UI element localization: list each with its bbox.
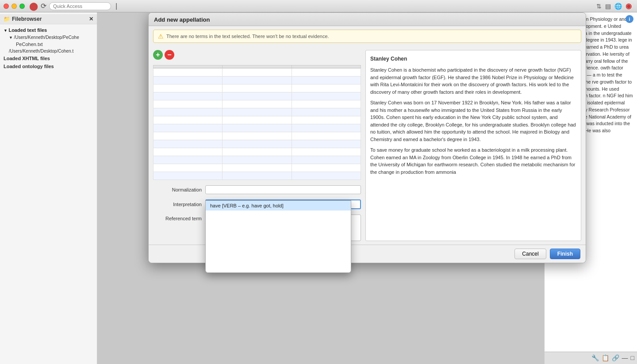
dialog-right-panel: Stanley Cohen Stanley Cohen is a biochem…: [365, 50, 581, 241]
table-cell: [223, 132, 292, 140]
table-row[interactable]: [153, 69, 361, 77]
minimize-button[interactable]: [12, 4, 17, 9]
table-row[interactable]: [153, 156, 361, 164]
main-layout: 📁 Filebrowser ✕ Loaded text files /Users…: [0, 12, 637, 364]
sidebar-item-loaded-xhtml[interactable]: Loaded XHTML files: [0, 54, 97, 62]
table-row[interactable]: [153, 140, 361, 148]
finish-button[interactable]: Finish: [550, 249, 580, 259]
table-row[interactable]: [153, 148, 361, 156]
table-row[interactable]: [153, 92, 361, 100]
table-cell: [153, 156, 223, 164]
document-paragraph-2: To save money for graduate school he wor…: [370, 146, 576, 176]
table-cell: [153, 132, 223, 140]
globe-icon[interactable]: 🌐: [614, 3, 622, 10]
table-row[interactable]: [153, 124, 361, 132]
nav-icon[interactable]: ⟳: [41, 2, 46, 10]
col-header-1: [153, 65, 223, 69]
table-cell: [153, 148, 223, 156]
document-paragraph-0: Stanley Cohen is a biochemist who partic…: [370, 66, 576, 96]
sidebar-tree: Loaded text files /Users/Kenneth/Desktop…: [0, 24, 97, 72]
interpretation-label: Interpretation: [153, 202, 202, 207]
content-area: 1986 Nobel Prize in Physiology or and th…: [97, 12, 637, 364]
table-cell: [292, 84, 361, 92]
table-row[interactable]: [153, 132, 361, 140]
stack-icon[interactable]: ▤: [605, 3, 611, 10]
power-icon[interactable]: ◉: [625, 2, 632, 10]
sidebar-item-pecohen-txt[interactable]: PeCohen.txt: [0, 41, 97, 48]
table-cell: [292, 92, 361, 100]
autocomplete-dropdown: have [VERB – e.g. have got, hold]: [205, 200, 351, 273]
sort-icon[interactable]: ⇅: [596, 3, 602, 10]
table-cell: [223, 164, 292, 172]
table-cell: [292, 124, 361, 132]
table-row[interactable]: [153, 100, 361, 108]
table-cell: [153, 116, 223, 124]
col-header-2: [223, 65, 292, 69]
table-cell: [223, 100, 292, 108]
autocomplete-empty-space: [206, 211, 351, 272]
table-cell: [153, 164, 223, 172]
table-cell: [153, 124, 223, 132]
filebrowser-header: 📁 Filebrowser ✕: [0, 14, 97, 24]
table-cell: [292, 132, 361, 140]
warning-icon: ⚠: [158, 33, 164, 40]
close-button[interactable]: [4, 4, 9, 9]
maximize-button[interactable]: [19, 4, 25, 9]
table-cell: [292, 172, 361, 180]
table-cell: [292, 148, 361, 156]
document-title: Stanley Cohen: [370, 55, 576, 63]
sidebar-item-loaded-ontology[interactable]: Loaded ontology files: [0, 62, 97, 70]
autocomplete-item-0[interactable]: have [VERB – e.g. have got, hold]: [206, 201, 351, 211]
toolbar-icons-right: ⇅ ▤ 🌐 ◉: [596, 2, 633, 10]
table-cell: [223, 148, 292, 156]
table-cell: [223, 140, 292, 148]
table-cell: [223, 156, 292, 164]
sidebar-item-cohen-folder[interactable]: /Users/Kenneth/Desktop/Cohen.t: [0, 48, 97, 54]
table-toolbar: + −: [153, 50, 361, 60]
table-cell: [292, 156, 361, 164]
table-row[interactable]: [153, 108, 361, 116]
separator-icon: |: [115, 2, 117, 10]
table-row[interactable]: [153, 164, 361, 172]
window-controls: [4, 4, 25, 9]
sidebar: 📁 Filebrowser ✕ Loaded text files /Users…: [0, 12, 97, 364]
sidebar-item-loaded-text-files[interactable]: Loaded text files: [0, 26, 97, 34]
table-cell: [223, 124, 292, 132]
cancel-button[interactable]: Cancel: [514, 249, 546, 259]
app-icon: ⬤: [29, 1, 38, 11]
table-cell: [153, 84, 223, 92]
table-cell: [292, 100, 361, 108]
table-cell: [292, 140, 361, 148]
filebrowser-close-icon[interactable]: ✕: [89, 16, 93, 22]
dialog-body: + −: [149, 46, 586, 245]
quick-access-input[interactable]: [49, 2, 111, 10]
table-cell: [153, 69, 223, 77]
table-cell: [223, 77, 292, 84]
remove-row-button[interactable]: −: [165, 50, 174, 60]
table-cell: [223, 92, 292, 100]
table-cell: [292, 77, 361, 84]
table-row[interactable]: [153, 77, 361, 84]
col-header-3: [292, 65, 361, 69]
table-row[interactable]: [153, 172, 361, 180]
table-cell: [153, 172, 223, 180]
dialog-left-panel: + −: [153, 50, 361, 241]
table-row[interactable]: [153, 84, 361, 92]
table-cell: [223, 84, 292, 92]
filebrowser-icon: 📁: [4, 16, 10, 22]
info-icon[interactable]: i: [625, 15, 633, 23]
sidebar-item-pecohe-folder[interactable]: /Users/Kenneth/Desktop/PeCohe: [0, 34, 97, 41]
table-cell: [223, 108, 292, 116]
referenced-term-label: Referenced term: [153, 216, 202, 221]
appellation-table: [153, 65, 361, 180]
dialog-title-bar: Add new appellation: [149, 13, 586, 26]
normalization-input[interactable]: [205, 185, 361, 194]
dialog-title: Add new appellation: [154, 16, 210, 23]
table-cell: [153, 140, 223, 148]
filebrowser-label: Filebrowser: [12, 16, 42, 22]
normalization-row: Normalization: [153, 185, 361, 194]
table-cell: [223, 172, 292, 180]
dialog-overlay: Add new appellation ⚠ There are no terms…: [97, 12, 637, 364]
add-row-button[interactable]: +: [153, 50, 163, 60]
table-row[interactable]: [153, 116, 361, 124]
